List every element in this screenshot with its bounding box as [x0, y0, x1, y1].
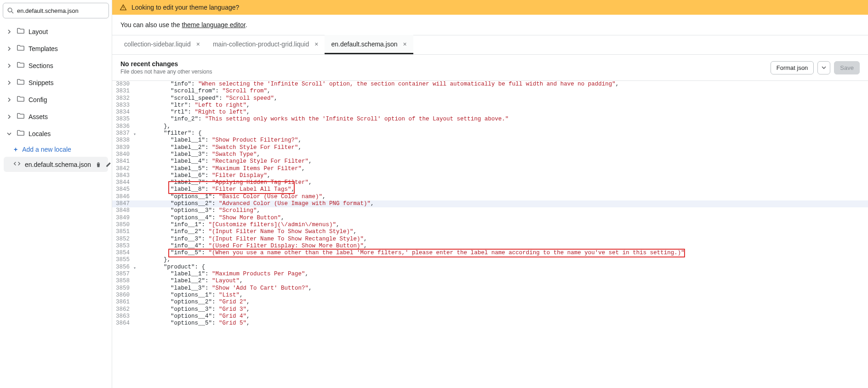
code-line[interactable]: 3835 "info_2": "This setting only works … — [112, 116, 868, 123]
code-line[interactable]: 3858 "label__2": "Layout", — [112, 278, 868, 285]
line-number: 3848 — [112, 207, 134, 214]
line-number: 3856 — [112, 264, 134, 271]
tab-label: collection-sidebar.liquid — [124, 40, 191, 48]
line-number: 3864 — [112, 320, 134, 327]
folder-icon — [17, 61, 25, 70]
code-line[interactable]: 3831 "scroll_from": "Scroll from", — [112, 88, 868, 95]
code-line[interactable]: 3853 "info__4": "(Used For Filter Displa… — [112, 243, 868, 250]
code-line[interactable]: 3852 "info__3": "(Input Filter Name To S… — [112, 236, 868, 243]
code-line[interactable]: 3859 "label__3": "Show 'Add To Cart' But… — [112, 285, 868, 292]
folder-icon — [17, 27, 25, 36]
code-line[interactable]: 3847 "options__2": "Advanced Color (Use … — [112, 200, 868, 207]
close-icon[interactable]: × — [403, 40, 406, 48]
code-line[interactable]: 3841 "label__4": "Rectangle Style For Fi… — [112, 158, 868, 165]
code-line[interactable]: 3855 }, — [112, 257, 868, 263]
code-line[interactable]: 3842 "label__5": "Maximum Items Per Filt… — [112, 165, 868, 172]
code-line[interactable]: 3861 "options__2": "Grid 2", — [112, 299, 868, 306]
tab-collection-sidebar-liquid[interactable]: collection-sidebar.liquid× — [118, 35, 206, 54]
line-number: 3836 — [112, 123, 134, 130]
tree-folder-snippets[interactable]: Snippets — [3, 74, 109, 91]
tree-folder-label: Assets — [29, 113, 48, 120]
code-line[interactable]: 3838 "label__1": "Show Product Filtering… — [112, 137, 868, 144]
line-number: 3834 — [112, 109, 134, 116]
sub-banner-suffix: . — [246, 21, 247, 29]
tab-main-collection-product-grid-liquid[interactable]: main-collection-product-grid.liquid× — [206, 35, 325, 54]
line-number: 3847 — [112, 200, 134, 207]
svg-point-1 — [123, 9, 123, 9]
main-panel: Looking to edit your theme language? You… — [112, 0, 868, 388]
tab-label: en.default.schema.json — [331, 40, 397, 48]
code-editor[interactable]: 3830 "info": "When selecting the 'Infini… — [112, 81, 868, 388]
tree-folder-assets[interactable]: Assets — [3, 108, 109, 125]
format-json-button[interactable]: Format json — [771, 61, 814, 74]
code-line[interactable]: 3834 "rtl": "Right to left", — [112, 109, 868, 116]
folder-icon — [17, 44, 25, 53]
code-line[interactable]: 3833 "ltr": "Left to right", — [112, 102, 868, 109]
code-line[interactable]: 3843 "label__6": "Filter Display", — [112, 172, 868, 179]
code-line[interactable]: 3844 "label__7": "Applying Hidden Tag Fi… — [112, 179, 868, 186]
code-line[interactable]: 3832 "scroll_speed": "Scroll speed", — [112, 95, 868, 102]
line-number: 3862 — [112, 306, 134, 313]
code-line[interactable]: 3836 }, — [112, 123, 868, 130]
line-number: 3863 — [112, 313, 134, 320]
code-line[interactable]: 3862 "options__3": "Grid 3", — [112, 306, 868, 313]
save-button[interactable]: Save — [834, 61, 860, 74]
add-locale-label: Add a new locale — [22, 146, 71, 153]
code-line[interactable]: 3856 "product": {▾ — [112, 264, 868, 271]
line-number: 3843 — [112, 172, 134, 179]
code-line[interactable]: 3848 "options__3": "Scrolling", — [112, 207, 868, 214]
code-line[interactable]: 3837 "filter": {▾ — [112, 130, 868, 137]
tab-en-default-schema-json[interactable]: en.default.schema.json× — [325, 35, 413, 54]
line-number: 3840 — [112, 151, 134, 158]
code-line[interactable]: 3860 "options__1": "List", — [112, 292, 868, 299]
code-line[interactable]: 3830 "info": "When selecting the 'Infini… — [112, 81, 868, 88]
add-locale-link[interactable]: +Add a new locale — [3, 142, 109, 157]
line-number: 3854 — [112, 250, 134, 257]
pencil-icon[interactable] — [105, 161, 112, 168]
banner-title: Looking to edit your theme language? — [131, 4, 239, 11]
folder-icon — [17, 78, 25, 87]
code-line[interactable]: 3839 "label__2": "Swatch Style For Filte… — [112, 144, 868, 151]
tree-folder-layout[interactable]: Layout — [3, 23, 109, 40]
tree-folder-locales[interactable]: Locales — [3, 125, 109, 142]
tree-folder-sections[interactable]: Sections — [3, 57, 109, 74]
close-icon[interactable]: × — [314, 40, 318, 48]
line-number: 3837 — [112, 130, 134, 137]
line-number: 3831 — [112, 88, 134, 95]
line-number: 3835 — [112, 116, 134, 123]
line-number: 3861 — [112, 299, 134, 306]
code-line[interactable]: 3854 "info__5": "(When you use a name ot… — [112, 250, 868, 257]
theme-language-editor-link[interactable]: theme language editor — [182, 21, 246, 29]
code-line[interactable]: 3850 "info__1": "[Customize filters](\/a… — [112, 222, 868, 228]
chevron-down-icon — [822, 65, 826, 70]
code-line[interactable]: 3849 "options__4": "Show More Button", — [112, 215, 868, 222]
chevron-right-icon — [6, 79, 13, 86]
line-number: 3845 — [112, 186, 134, 193]
code-line[interactable]: 3851 "info__2": "(Input Filter Name To S… — [112, 228, 868, 235]
code-line[interactable]: 3845 "label__8": "Filter Label All Tags"… — [112, 186, 868, 193]
line-number: 3852 — [112, 236, 134, 243]
sub-banner-prefix: You can also use the — [120, 21, 182, 29]
file-row-active[interactable]: en.default.schema.json — [4, 157, 108, 172]
code-line[interactable]: 3863 "options__4": "Grid 4", — [112, 313, 868, 320]
line-number: 3832 — [112, 95, 134, 102]
line-number: 3858 — [112, 278, 134, 285]
tree-folder-config[interactable]: Config — [3, 91, 109, 108]
code-line[interactable]: 3857 "label__1": "Maximum Products Per P… — [112, 271, 868, 278]
line-number: 3841 — [112, 158, 134, 165]
tab-label: main-collection-product-grid.liquid — [213, 40, 309, 48]
format-json-caret[interactable] — [817, 61, 830, 74]
code-line[interactable]: 3864 "options__5": "Grid 5", — [112, 320, 868, 327]
code-icon — [13, 160, 21, 169]
language-sub-banner: You can also use the theme language edit… — [112, 15, 868, 35]
chevron-right-icon — [6, 96, 13, 103]
tree-folder-templates[interactable]: Templates — [3, 40, 109, 57]
trash-icon[interactable] — [95, 161, 102, 168]
search-input[interactable] — [3, 3, 109, 18]
line-number: 3830 — [112, 81, 134, 88]
line-number: 3833 — [112, 102, 134, 109]
close-icon[interactable]: × — [196, 40, 200, 48]
code-line[interactable]: 3846 "options__1": "Basic Color (Use Col… — [112, 194, 868, 200]
code-line[interactable]: 3840 "label__3": "Swatch Type", — [112, 151, 868, 158]
tree-folder-label: Sections — [29, 62, 53, 69]
